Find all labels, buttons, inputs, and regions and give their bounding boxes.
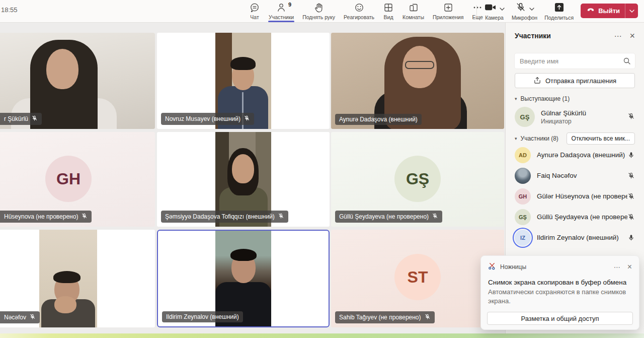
participant-row[interactable]: AD Aynurə Dadaşova (внешний) xyxy=(515,145,635,165)
toolbar-chat-button[interactable]: Чат xyxy=(248,0,262,23)
camera-icon xyxy=(484,3,497,14)
notification-more-icon[interactable]: ⋯ xyxy=(614,264,620,271)
microphone-muted-icon xyxy=(515,2,526,15)
participant-name-label: Şəmsiyyə Dadaşova Tofiqqızı (внешний) xyxy=(161,211,288,223)
notification-body: Автоматически сохраняются в папке снимко… xyxy=(488,288,635,305)
notification-close-icon[interactable]: × xyxy=(627,263,632,271)
video-tile-gulnar[interactable]: r Şükürlü xyxy=(0,33,155,129)
video-tile-samsiyya[interactable]: Şəmsiyyə Dadaşova Tofiqqızı (внешний) xyxy=(157,132,330,227)
notification-title: Снимок экрана скопирован в буфер обмена xyxy=(488,279,632,286)
markup-share-button[interactable]: Разметка и общий доступ xyxy=(487,312,633,325)
mute-all-button[interactable]: Отключить все мик... xyxy=(567,132,635,145)
toolbar-react-button[interactable]: Реагировать xyxy=(342,0,376,23)
participant-name-label: Sahib Tağıyev (не проверено) xyxy=(335,311,435,323)
attendees-section-header[interactable]: ▾ Участники (8) Отключить все мик... xyxy=(515,132,635,145)
toolbar-raise-hand-button[interactable]: Поднять руку xyxy=(301,0,337,23)
scissors-icon xyxy=(488,262,496,272)
video-tile-ildirim-speaking[interactable]: Ildirim Zeynalov (внешний) xyxy=(157,230,330,327)
panel-more-icon[interactable]: ⋯ xyxy=(614,32,621,40)
send-invite-button[interactable]: Отправка приглашения xyxy=(515,73,635,88)
participant-role: Инициатор xyxy=(541,118,627,125)
mic-muted-icon[interactable] xyxy=(627,192,635,200)
participant-name-label: Ildirim Zeynalov (внешний) xyxy=(162,311,243,322)
participant-row[interactable]: IZ Ildirim Zeynalov (внешний) xyxy=(515,227,635,248)
rooms-icon xyxy=(408,3,419,13)
search-input[interactable] xyxy=(515,53,635,69)
mic-on-icon[interactable] xyxy=(627,234,635,241)
participant-name: Ildirim Zeynalov (внешний) xyxy=(537,234,627,241)
bottom-taskbar-sliver xyxy=(0,333,644,338)
microphone-button[interactable]: Микрофон xyxy=(512,0,537,21)
panel-close-icon[interactable]: × xyxy=(629,31,635,40)
speakers-section-header[interactable]: ▾ Выступающие (1) xyxy=(515,95,635,102)
avatar: GŞ xyxy=(515,107,535,127)
meeting-clock: 18:55 xyxy=(1,6,18,14)
camera-button[interactable]: Камера xyxy=(484,0,505,21)
participant-name-label: Güllü Şeydayeva (не проверено) xyxy=(335,211,442,223)
video-tile-faiq[interactable]: Nəcəfov xyxy=(0,230,155,327)
camera-chevron-icon[interactable] xyxy=(500,4,505,13)
toolbar-participants-button[interactable]: 9 Участники xyxy=(267,0,295,23)
mic-muted-icon[interactable] xyxy=(627,172,635,179)
toolbar-center: Чат 9 Участники Поднять руку Реагировать… xyxy=(248,0,485,23)
share-button[interactable]: Поделиться xyxy=(544,0,574,21)
participant-name-label: Novruz Musayev (внешний) xyxy=(161,113,254,125)
toolbar-rooms-button[interactable]: Комнаты xyxy=(401,0,426,23)
notification-app-name: Ножницы xyxy=(500,263,607,271)
avatar-tile-sahib[interactable]: ST Sahib Tağıyev (не проверено) xyxy=(331,230,504,327)
hangup-phone-icon xyxy=(587,6,595,16)
avatar-tile-gullu[interactable]: GŞ Güllü Şeydayeva (не проверено) xyxy=(331,132,504,227)
participant-row[interactable]: GH Gülər Hüseynova (не проверено) xyxy=(515,186,635,207)
leave-button[interactable]: Выйти xyxy=(581,4,638,18)
toolbar-right: Камера Микрофон Поделиться Выйти xyxy=(476,0,638,23)
microphone-chevron-icon[interactable] xyxy=(529,4,534,13)
avatar: ST xyxy=(394,254,441,300)
avatar: GH xyxy=(45,156,92,202)
participant-row[interactable]: GŞ Güllü Şeydayeva (не проверено) xyxy=(515,207,635,227)
mic-muted-icon[interactable] xyxy=(627,213,635,221)
share-screen-icon xyxy=(554,3,564,14)
participants-count-badge: 9 xyxy=(288,2,291,8)
meeting-toolbar: 18:55 Чат 9 Участники Поднять руку Реаги… xyxy=(0,0,644,23)
apps-plus-icon xyxy=(443,3,454,13)
avatar-tile-gular[interactable]: GH Hüseynova (не проверено) xyxy=(0,132,155,227)
participant-name-label: Aynurə Dadaşova (внешний) xyxy=(335,114,422,125)
invite-share-icon xyxy=(533,76,541,86)
participant-row-organizer[interactable]: GŞ Gülnar Şükürlü Инициатор xyxy=(515,107,635,127)
avatar: GŞ xyxy=(515,209,531,225)
participants-icon: 9 xyxy=(276,3,287,13)
avatar: GH xyxy=(515,188,531,205)
avatar: GŞ xyxy=(394,156,441,202)
avatar: AD xyxy=(515,147,531,163)
participant-row[interactable]: FN Faiq Nəcəfov xyxy=(515,165,635,186)
avatar-photo: FN xyxy=(515,168,531,184)
toolbar-apps-button[interactable]: Приложения xyxy=(431,0,465,23)
participant-name: Güllü Şeydayeva (не проверено) xyxy=(537,213,627,221)
participant-name: Faiq Nəcəfov xyxy=(537,172,627,179)
leave-chevron-icon[interactable] xyxy=(625,4,638,18)
chat-icon xyxy=(249,3,260,13)
video-tile-aynura[interactable]: Aynurə Dadaşova (внешний) xyxy=(331,33,504,129)
mic-muted-icon xyxy=(244,115,250,123)
participant-name: Aynurə Dadaşova (внешний) xyxy=(537,151,627,159)
avatar-speaking: IZ xyxy=(515,230,531,246)
mic-muted-icon xyxy=(424,313,431,321)
mic-on-icon[interactable] xyxy=(627,151,635,159)
mic-muted-icon xyxy=(29,313,36,321)
mic-muted-icon xyxy=(278,213,284,221)
raise-hand-icon xyxy=(313,3,325,13)
search-icon xyxy=(623,57,631,67)
mic-muted-icon xyxy=(31,115,38,123)
video-tile-novruz[interactable]: Novruz Musayev (внешний) xyxy=(157,33,330,129)
participant-name-label: Hüseynova (не проверено) xyxy=(0,211,92,223)
snipping-tool-notification: Ножницы ⋯ × Снимок экрана скопирован в б… xyxy=(480,255,639,330)
mic-muted-icon xyxy=(432,213,438,221)
participant-name: Gülnar Şükürlü xyxy=(541,109,627,117)
participant-name-label: r Şükürlü xyxy=(0,113,42,125)
participant-name: Gülər Hüseynova (не проверено) xyxy=(537,192,627,200)
active-tab-underline xyxy=(268,21,294,22)
toolbar-view-button[interactable]: Вид xyxy=(381,0,395,23)
react-smiley-icon xyxy=(354,3,365,13)
mic-muted-icon[interactable] xyxy=(627,112,635,122)
participant-search xyxy=(515,53,635,69)
